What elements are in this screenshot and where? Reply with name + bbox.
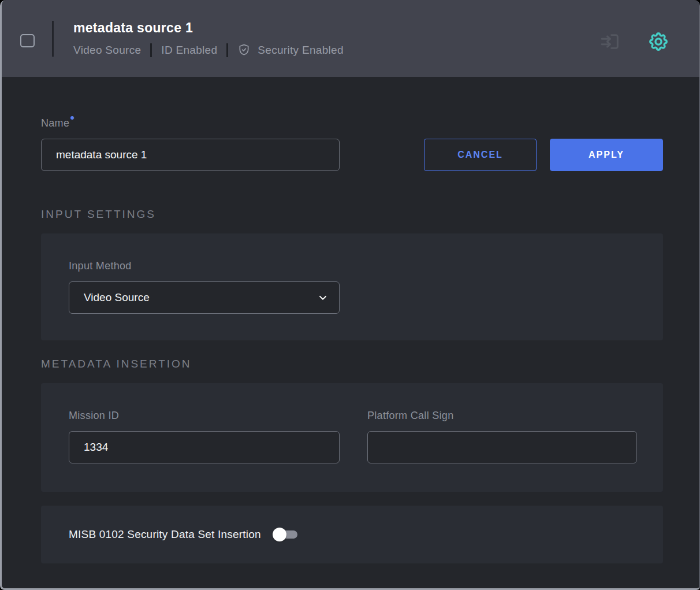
platform-call-sign-field-group: Platform Call Sign: [367, 410, 637, 492]
import-icon[interactable]: [598, 29, 622, 54]
page-title: metadata source 1: [73, 20, 344, 36]
misb-toggle-label: MISB 0102 Security Data Set Insertion: [69, 528, 261, 541]
status-video-source: Video Source: [73, 44, 141, 57]
shield-check-icon: [237, 43, 251, 57]
action-buttons: CANCEL APPLY: [424, 139, 663, 171]
name-label: Name•: [41, 115, 663, 129]
misb-toggle-switch[interactable]: [273, 528, 298, 541]
content: Name• CANCEL APPLY INPUT SETTINGS Input …: [2, 115, 699, 563]
metadata-source-panel: metadata source 1 Video Source ID Enable…: [0, 0, 700, 590]
metadata-insertion-panel: Mission ID Platform Call Sign: [41, 383, 663, 492]
toggle-knob: [273, 528, 286, 541]
mission-id-input[interactable]: [69, 431, 340, 463]
cancel-button[interactable]: CANCEL: [424, 139, 537, 171]
input-method-value: Video Source: [84, 291, 150, 304]
settings-gear-icon[interactable]: [647, 31, 669, 53]
misb-panel: MISB 0102 Security Data Set Insertion: [41, 506, 663, 563]
mission-id-field-group: Mission ID: [69, 410, 340, 492]
header-actions: [598, 29, 669, 54]
metadata-insertion-title: METADATA INSERTION: [41, 358, 663, 370]
status-security-enabled: Security Enabled: [258, 44, 343, 57]
header-divider: [52, 21, 54, 57]
input-settings-title: INPUT SETTINGS: [41, 208, 663, 221]
mission-id-label: Mission ID: [69, 410, 340, 422]
status-row: Video Source ID Enabled Security Enabled: [73, 43, 344, 57]
name-input[interactable]: [41, 139, 340, 171]
apply-button[interactable]: APPLY: [550, 139, 663, 171]
input-method-label: Input Method: [69, 260, 635, 272]
input-settings-panel: Input Method Video Source: [41, 233, 663, 340]
name-section: Name• CANCEL APPLY: [41, 115, 663, 171]
status-id-enabled: ID Enabled: [161, 44, 217, 57]
status-divider: [226, 43, 228, 57]
title-block: metadata source 1 Video Source ID Enable…: [73, 20, 344, 57]
platform-call-sign-label: Platform Call Sign: [367, 410, 637, 422]
input-method-dropdown[interactable]: Video Source: [69, 281, 340, 314]
status-divider: [150, 43, 152, 57]
required-marker: •: [70, 110, 75, 125]
header: metadata source 1 Video Source ID Enable…: [2, 0, 699, 77]
select-checkbox[interactable]: [20, 34, 35, 47]
chevron-down-icon: [317, 292, 329, 303]
platform-call-sign-input[interactable]: [367, 431, 637, 463]
